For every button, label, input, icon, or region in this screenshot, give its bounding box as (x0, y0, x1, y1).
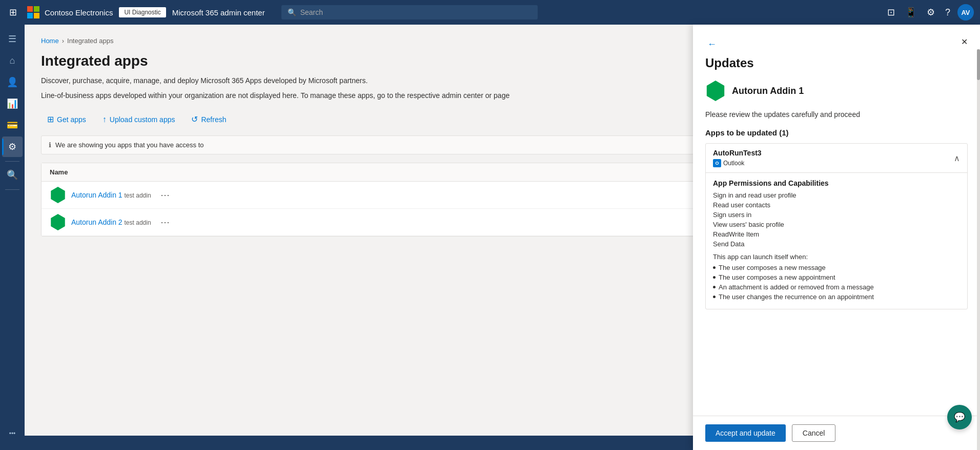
permissions-section: App Permissions and Capabilities Sign in… (706, 172, 967, 309)
billing-icon: 💳 (7, 120, 18, 131)
analytics-icon: 📊 (7, 98, 18, 109)
update-item-name: AutoRunTest3 (713, 149, 762, 157)
panel-header: ← ✕ Updates (693, 25, 980, 81)
panel-title: Updates (705, 56, 968, 70)
mobile-icon[interactable]: 📱 (902, 4, 920, 21)
panel-body: Autorun Addin 1 Please review the update… (693, 81, 980, 416)
svg-rect-0 (27, 6, 33, 12)
refresh-button[interactable]: ↺ Refresh (185, 111, 232, 127)
active-indicator (2, 139, 4, 155)
app-name-info-1: Autorun Addin 1 test addin (71, 191, 151, 199)
svg-rect-1 (34, 6, 39, 12)
panel-app-icon (705, 81, 726, 101)
refresh-icon: ↺ (191, 114, 198, 124)
svg-rect-3 (34, 13, 39, 18)
more-icon: ••• (9, 430, 16, 437)
permission-item: ReadWrite Item (713, 230, 960, 238)
get-apps-icon: ⊞ (47, 114, 54, 124)
top-navigation: ⊞ Contoso Electronics UI Diagnostic Micr… (0, 0, 980, 25)
upload-icon: ↑ (103, 115, 107, 124)
breadcrumb-current: Integrated apps (67, 37, 113, 45)
info-message: We are showing you apps that you have ac… (55, 141, 204, 149)
refresh-label: Refresh (201, 115, 226, 124)
permission-item: Sign in and read user profile (713, 191, 960, 199)
user-avatar[interactable]: AV (957, 4, 974, 21)
permission-item: Read user contacts (713, 201, 960, 209)
upload-custom-apps-button[interactable]: ↑ Upload custom apps (96, 112, 181, 127)
home-icon: ⌂ (10, 55, 15, 66)
panel-footer: Accept and update Cancel (693, 416, 980, 450)
updates-panel: ← ✕ Updates Autorun Addin 1 Please revie… (693, 25, 980, 450)
app-icon-1 (50, 187, 66, 203)
help-icon[interactable]: ? (942, 4, 953, 21)
search-input[interactable] (300, 8, 532, 16)
search-bar[interactable]: 🔍 (281, 5, 538, 19)
sidebar-item-more[interactable]: ••• (2, 423, 23, 444)
launch-item-text: The user changes the recurrence on an ap… (719, 293, 874, 301)
brand-name: Contoso Electronics (45, 8, 113, 17)
chat-icon: 💬 (954, 412, 965, 423)
update-item-info: AutoRunTest3 O Outlook (713, 149, 762, 167)
panel-close-button[interactable]: ✕ (959, 35, 970, 49)
waffle-menu-button[interactable]: ⊞ (6, 4, 20, 21)
sidebar-item-analytics[interactable]: 📊 (2, 93, 23, 114)
svg-rect-2 (27, 13, 33, 18)
update-item-header[interactable]: AutoRunTest3 O Outlook ∧ (706, 144, 967, 172)
close-icon: ✕ (961, 37, 968, 46)
app-name-1[interactable]: Autorun Addin 1 (71, 191, 122, 199)
sidebar-item-hamburger[interactable]: ☰ (2, 29, 23, 49)
launch-item-text: The user composes a new message (719, 264, 826, 271)
brand-logo-icon (26, 5, 40, 19)
get-apps-label: Get apps (57, 115, 86, 124)
settings-icon[interactable]: ⚙ (924, 4, 938, 21)
app-subtitle-1: test addin (125, 192, 151, 199)
hamburger-icon: ☰ (8, 33, 16, 45)
admin-center-name: Microsoft 365 admin center (172, 8, 265, 17)
bullet-icon (713, 276, 716, 279)
app-subtitle-2: test addin (125, 219, 151, 226)
sidebar-item-settings[interactable]: ⚙ (2, 136, 23, 157)
row-more-button-2[interactable]: ⋯ (156, 214, 174, 230)
accept-update-button[interactable]: Accept and update (705, 424, 786, 442)
nav-icons-area: ⊡ 📱 ⚙ ? AV (884, 4, 974, 21)
launch-item: The user composes a new appointment (713, 273, 960, 281)
panel-scrollbar[interactable] (977, 49, 980, 450)
settings-gear-icon: ⚙ (8, 141, 16, 152)
sidebar-item-home[interactable]: ⌂ (2, 50, 23, 71)
breadcrumb-separator: › (62, 37, 64, 45)
bullet-icon (713, 296, 716, 298)
bullet-icon (713, 266, 716, 269)
row-more-button-1[interactable]: ⋯ (156, 187, 174, 203)
get-apps-button[interactable]: ⊞ Get apps (41, 111, 92, 127)
floating-chat-button[interactable]: 💬 (947, 405, 972, 429)
apps-to-update-title: Apps to be updated (1) (705, 128, 968, 137)
permission-item: View users' basic profile (713, 221, 960, 228)
cancel-button[interactable]: Cancel (792, 424, 836, 442)
brand-area: Contoso Electronics (26, 5, 113, 19)
panel-app-name: Autorun Addin 1 (732, 86, 804, 96)
breadcrumb-home[interactable]: Home (41, 37, 59, 45)
sidebar-divider-2 (5, 189, 19, 190)
app-name-2[interactable]: Autorun Addin 2 (71, 218, 122, 226)
column-name-header: Name (50, 168, 699, 176)
panel-app-header: Autorun Addin 1 (705, 81, 968, 101)
sidebar-item-users[interactable]: 👤 (2, 72, 23, 92)
sidebar-divider (5, 161, 19, 162)
sidebar-item-billing[interactable]: 💳 (2, 115, 23, 135)
permission-item: Send Data (713, 240, 960, 248)
sidebar: ☰ ⌂ 👤 📊 💳 ⚙ 🔍 ••• (0, 25, 25, 450)
update-item: AutoRunTest3 O Outlook ∧ App Permissions… (705, 143, 968, 309)
launch-title: This app can launch itself when: (713, 253, 960, 261)
display-settings-icon[interactable]: ⊡ (884, 4, 898, 21)
sidebar-item-search[interactable]: 🔍 (2, 165, 23, 185)
app-name-cell-2: Autorun Addin 2 test addin ⋯ (50, 214, 699, 230)
users-icon: 👤 (7, 76, 18, 88)
chevron-up-icon: ∧ (954, 153, 960, 163)
launch-item: An attachment is added or removed from a… (713, 283, 960, 291)
app-name-cell-1: Autorun Addin 1 test addin ⋯ (50, 187, 699, 203)
panel-back-button[interactable]: ← (705, 37, 719, 52)
launch-item-text: The user composes a new appointment (719, 273, 835, 281)
launch-item: The user composes a new message (713, 264, 960, 271)
search-sidebar-icon: 🔍 (7, 169, 18, 181)
launch-item-text: An attachment is added or removed from a… (719, 283, 874, 291)
